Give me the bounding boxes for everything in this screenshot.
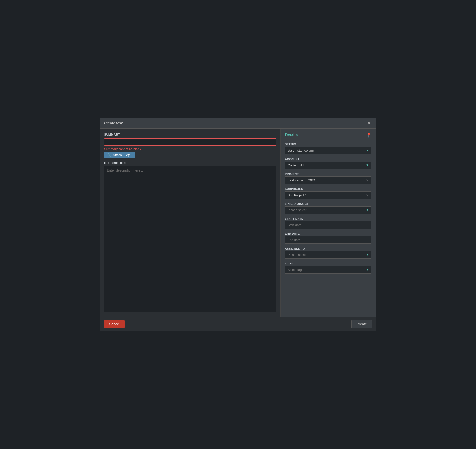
create-task-dialog: Create task × SUMMARY Summary cannot be … (100, 118, 376, 331)
account-select[interactable]: Context Hub ▼ (285, 162, 371, 169)
attach-files-button[interactable]: 📎 Attach File(s) (104, 152, 135, 158)
start-date-input[interactable] (285, 221, 371, 229)
linked-object-field: LINKED OBJECT Please select ▼ (285, 202, 371, 214)
tags-select[interactable]: Select tag ▼ (285, 266, 371, 274)
linked-object-select[interactable]: Please select ▼ (285, 206, 371, 214)
subproject-label: SUBPROJECT (285, 187, 371, 190)
subproject-select[interactable]: Sub Project 1 ✕ (285, 191, 371, 199)
subproject-field: SUBPROJECT Sub Project 1 ✕ (285, 187, 371, 199)
start-date-field: START DATE (285, 217, 371, 229)
subproject-value: Sub Project 1 (288, 193, 307, 197)
left-panel: SUMMARY Summary cannot be blank 📎 Attach… (100, 129, 281, 317)
tags-label: TAGS (285, 262, 371, 265)
details-header: Details 📍 (285, 132, 371, 138)
close-button[interactable]: × (366, 120, 372, 126)
project-value: Feature demo 2024 (288, 178, 315, 182)
project-field: PROJECT Feature demo 2024 ✕ (285, 173, 371, 184)
account-label: ACCOUNT (285, 158, 371, 161)
summary-label: SUMMARY (104, 133, 276, 136)
details-title: Details (285, 133, 298, 137)
chevron-down-icon: ▼ (366, 208, 369, 212)
account-field: ACCOUNT Context Hub ▼ (285, 158, 371, 169)
assigned-to-label: ASSIGNED TO (285, 247, 371, 250)
chevron-down-icon: ▼ (366, 253, 369, 256)
assigned-to-placeholder: Please select (288, 253, 306, 257)
assigned-to-select[interactable]: Please select ▼ (285, 251, 371, 259)
right-panel: Details 📍 STATUS start – start column ▼ … (281, 129, 376, 317)
summary-input[interactable] (104, 138, 276, 146)
chevron-down-icon: ▼ (366, 164, 369, 167)
tags-field: TAGS Select tag ▼ (285, 262, 371, 274)
description-section: DESCRIPTION (104, 161, 276, 312)
attach-label: Attach File(s) (113, 153, 132, 157)
linked-object-placeholder: Please select (288, 208, 306, 212)
description-input[interactable] (104, 166, 276, 312)
account-value: Context Hub (288, 164, 305, 167)
clear-subproject-icon[interactable]: ✕ (366, 193, 369, 197)
end-date-input[interactable] (285, 236, 371, 244)
chevron-down-icon: ▼ (366, 149, 369, 152)
status-label: STATUS (285, 143, 371, 146)
description-label: DESCRIPTION (104, 161, 276, 165)
paperclip-icon: 📎 (108, 153, 111, 157)
summary-section: SUMMARY Summary cannot be blank 📎 Attach… (104, 133, 276, 158)
dialog-title: Create task (104, 121, 123, 125)
location-icon: 📍 (366, 132, 371, 138)
dialog-body: SUMMARY Summary cannot be blank 📎 Attach… (100, 129, 376, 317)
tags-placeholder: Select tag (288, 268, 302, 272)
project-label: PROJECT (285, 173, 371, 175)
dialog-header: Create task × (100, 118, 376, 129)
linked-object-label: LINKED OBJECT (285, 202, 371, 205)
assigned-to-field: ASSIGNED TO Please select ▼ (285, 247, 371, 259)
dialog-footer: Cancel Create (100, 317, 376, 331)
end-date-field: END DATE (285, 232, 371, 244)
status-value: start – start column (288, 149, 315, 152)
status-select[interactable]: start – start column ▼ (285, 147, 371, 154)
cancel-button[interactable]: Cancel (104, 320, 125, 328)
start-date-label: START DATE (285, 217, 371, 220)
create-button[interactable]: Create (351, 320, 372, 328)
chevron-down-icon: ▼ (366, 268, 369, 271)
summary-error: Summary cannot be blank (104, 147, 276, 151)
status-field: STATUS start – start column ▼ (285, 143, 371, 154)
end-date-label: END DATE (285, 232, 371, 235)
project-select[interactable]: Feature demo 2024 ✕ (285, 176, 371, 184)
clear-project-icon[interactable]: ✕ (366, 178, 369, 182)
